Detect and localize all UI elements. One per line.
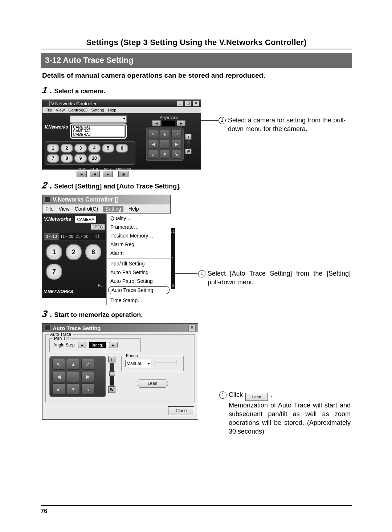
preset-5[interactable]: 5	[102, 144, 114, 153]
group-label: Focus	[124, 353, 139, 358]
minimize-button[interactable]: _	[177, 101, 183, 106]
pad-downright[interactable]: ↘	[81, 383, 94, 394]
pad-downleft[interactable]: ↙	[148, 150, 158, 159]
preset-1[interactable]: 1	[47, 144, 59, 153]
menu-framerate[interactable]: Framerate…	[107, 223, 171, 231]
zoom-wide[interactable]: W	[185, 149, 192, 154]
step-2: 2 . Select [Setting] and [Auto Trace Set…	[42, 180, 351, 191]
preset-3[interactable]: 3	[74, 144, 87, 153]
zoom-slider[interactable]	[110, 363, 114, 386]
pad-upleft[interactable]: ↖	[148, 130, 158, 138]
pad-down[interactable]: ▼	[160, 150, 170, 159]
preset-4[interactable]: 4	[88, 144, 101, 153]
angle-value[interactable]: 0(deg)	[89, 342, 106, 348]
pad-upright[interactable]: ↗	[81, 359, 94, 370]
menu-quality[interactable]: Quality…	[107, 214, 171, 223]
zoom-tele[interactable]: T	[185, 134, 192, 140]
stop-button[interactable]: ■	[90, 171, 100, 177]
tab-31[interactable]: 31	[90, 233, 105, 240]
pad-left[interactable]: ◀	[148, 140, 158, 149]
camera-select[interactable]	[70, 115, 127, 123]
strip-71: 71	[171, 230, 175, 233]
menu-autopatrol-setting[interactable]: Auto Patrol Setting	[107, 277, 171, 285]
menu-setting[interactable]: Setting	[91, 108, 104, 112]
pad-upright[interactable]: ↗	[171, 130, 181, 138]
jpeg-mode-box[interactable]: JPEG	[91, 224, 105, 230]
lean-inline-button: Lean	[245, 393, 268, 401]
lean-button[interactable]: Lean	[137, 379, 168, 388]
preset-2[interactable]: 2	[61, 144, 73, 153]
close-button[interactable]: Close	[168, 406, 194, 415]
zoom-tele[interactable]: T	[108, 356, 115, 362]
maximize-button[interactable]: ▢	[185, 101, 191, 106]
menu-control[interactable]: Control(C)	[68, 108, 87, 112]
angle-dec[interactable]: ◄	[152, 120, 161, 126]
step-dot: .	[49, 309, 52, 319]
pad-right[interactable]: ▶	[81, 371, 94, 382]
menu-position-memory[interactable]: Position Memory…	[107, 231, 171, 240]
focus-mode-select[interactable]: Manual▾	[125, 360, 151, 367]
menu-autotrace-setting[interactable]: Auto Trace Setting	[108, 286, 170, 294]
rec-button[interactable]: ●	[103, 171, 113, 177]
menu-pantilt-setting[interactable]: Pan/Tilt Setting	[107, 259, 171, 268]
angle-inc[interactable]: ►	[109, 342, 118, 348]
menu-view[interactable]: View	[56, 108, 65, 112]
play-button[interactable]: ►	[77, 171, 87, 177]
pad-up[interactable]: ▲	[160, 130, 170, 138]
menu-alarm[interactable]: Alarm	[107, 249, 171, 257]
callout-c3-pre: Click	[229, 391, 245, 398]
zoom-wide[interactable]: W	[108, 386, 115, 393]
menu-control[interactable]: Control(C)	[75, 206, 98, 212]
menu-file[interactable]: File	[45, 206, 54, 212]
preset-8[interactable]: 8	[61, 154, 73, 163]
preset-7[interactable]: 7	[47, 154, 59, 163]
menu-timestamp[interactable]: Time Stamp…	[107, 296, 171, 305]
pad-right[interactable]: ▶	[171, 140, 181, 149]
menu-view[interactable]: View	[59, 206, 70, 212]
close-button[interactable]: ✕	[188, 325, 196, 331]
angle-field[interactable]	[162, 121, 175, 126]
pad-down[interactable]: ▼	[67, 383, 80, 394]
vnetworks-logo: V.NETWORKS	[45, 172, 74, 177]
pad-left[interactable]: ◀	[52, 371, 65, 382]
preset-1[interactable]: 1	[46, 244, 62, 260]
focus-slider[interactable]: · · · · · ·	[155, 360, 176, 365]
pad-upleft[interactable]: ↖	[52, 359, 65, 370]
pad-downright[interactable]: ↘	[171, 150, 181, 159]
preset-9[interactable]: 9	[74, 154, 87, 163]
tab-11-20[interactable]: 11～20	[59, 233, 74, 240]
preset-10[interactable]: 10	[88, 154, 101, 163]
angle-dec[interactable]: ◄	[78, 342, 86, 348]
camera-mode-box[interactable]: CAMERA	[75, 216, 96, 223]
pad-up[interactable]: ▲	[67, 359, 80, 370]
menu-help[interactable]: Help	[128, 206, 139, 212]
preset-6[interactable]: 6	[85, 244, 101, 260]
group-label: Pan Tilt	[53, 336, 70, 341]
step-number: 2	[41, 180, 48, 191]
step-text: Select [Setting] and [Auto Trace Setting…	[54, 183, 181, 190]
tab-1-10[interactable]: 1～10	[44, 233, 59, 240]
angle-inc[interactable]: ►	[177, 120, 185, 126]
screenshot-controller: V.Networks Controller _ ▢ ✕ File View Co…	[42, 100, 201, 170]
pad-downleft[interactable]: ↙	[52, 383, 65, 394]
zoom-slider[interactable]	[187, 141, 190, 148]
close-button[interactable]: ✕	[193, 101, 199, 106]
pad-center	[67, 371, 80, 382]
preset-6[interactable]: 6	[116, 144, 128, 153]
page-heading: Settings (Step 3 Setting Using the V.Net…	[41, 38, 352, 47]
snapshot-button[interactable]: ◉	[118, 171, 128, 177]
pl-label: PL	[44, 283, 105, 288]
step-text: Start to memorize operation.	[54, 311, 143, 319]
menu-autopan-setting[interactable]: Auto Pan Setting	[107, 268, 171, 277]
menu-file[interactable]: File	[45, 108, 52, 112]
auto-trace-group: Auto Trace Pan Tilt Angle Step ◄ 0(deg) …	[45, 334, 195, 402]
menu-setting[interactable]: Setting	[103, 206, 123, 212]
preset-2[interactable]: 2	[66, 244, 82, 260]
callout-leader	[201, 120, 218, 121]
menu-alarm-reg[interactable]: Alarm Reg.	[107, 240, 171, 249]
tab-21-30[interactable]: 21～30	[74, 233, 90, 240]
preset-7[interactable]: 7	[46, 264, 62, 280]
menu-help[interactable]: Help	[108, 108, 117, 112]
app-icon	[45, 197, 50, 203]
camera-option[interactable]: CAMERA3	[73, 133, 124, 137]
